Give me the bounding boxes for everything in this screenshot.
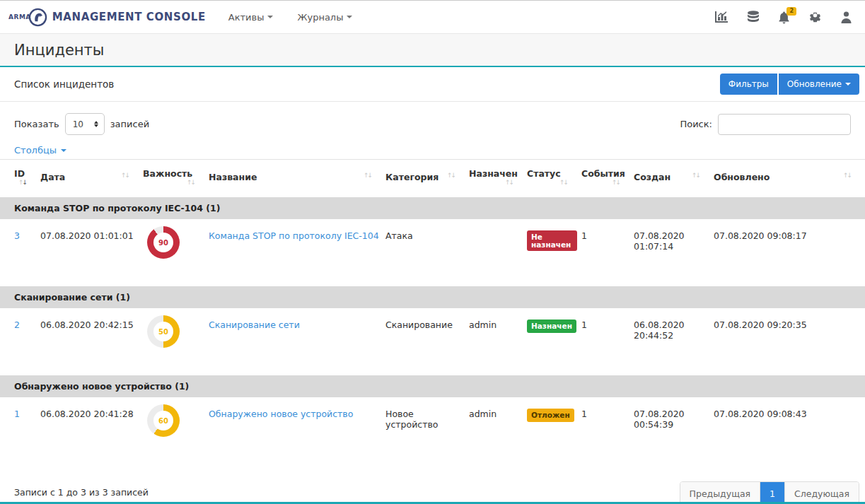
- incident-events: 1: [581, 397, 634, 463]
- group-header-row: Команда STOP по протоколу IEC-104 (1): [0, 196, 865, 219]
- analytics-icon[interactable]: [714, 11, 728, 23]
- incident-date: 06.08.2020 20:41:28: [40, 397, 143, 463]
- header-created[interactable]: Создан↑↓: [634, 160, 714, 197]
- incident-created: 06.08.2020 20:44:52: [634, 308, 714, 374]
- incident-date: 07.08.2020 01:01:01: [40, 219, 143, 285]
- arma-logo-prefix: ARMA: [8, 13, 31, 20]
- chevron-down-icon: [61, 149, 66, 152]
- incident-name-link[interactable]: Сканирование сети: [209, 320, 300, 330]
- incident-assignee: admin: [469, 397, 527, 463]
- header-importance[interactable]: Важность↑↓: [143, 160, 209, 197]
- header-date[interactable]: Дата↑↓: [40, 160, 143, 197]
- refresh-button-label: Обновление: [787, 79, 842, 89]
- columns-button-label: Столбцы: [14, 145, 57, 156]
- arma-logo[interactable]: ARMA MANAGEMENT CONSOLE: [8, 8, 206, 27]
- card-header-buttons: Фильтры Обновление: [720, 74, 859, 95]
- importance-donut: 60: [147, 404, 180, 437]
- sort-icon[interactable]: ↑↓: [121, 172, 129, 179]
- page-title-bar: Инциденты: [0, 34, 865, 67]
- sort-icon[interactable]: ↑↓: [447, 172, 455, 179]
- incident-id-link[interactable]: 1: [14, 409, 20, 419]
- sort-icon[interactable]: ↑↓: [559, 179, 567, 186]
- page-title: Инциденты: [14, 42, 104, 59]
- columns-dropdown-button[interactable]: Столбцы: [14, 145, 66, 156]
- sort-icon[interactable]: ↑↓: [505, 179, 513, 186]
- user-profile-icon[interactable]: [840, 11, 852, 24]
- importance-donut: 90: [147, 226, 180, 259]
- filters-button[interactable]: Фильтры: [720, 74, 777, 95]
- header-updated[interactable]: Обновлено↑↓: [714, 160, 865, 197]
- header-category[interactable]: Категория↑↓: [385, 160, 469, 197]
- incident-updated: 07.08.2020 09:08:43: [714, 397, 865, 463]
- sort-icon[interactable]: ↑↓: [18, 179, 26, 186]
- chevron-down-icon: [845, 83, 851, 86]
- incident-created: 07.08.2020 01:07:14: [634, 219, 714, 285]
- incident-category: Сканирование: [385, 308, 469, 374]
- header-name[interactable]: Название↑↓: [209, 160, 385, 197]
- menu-assets-label: Активы: [228, 12, 265, 23]
- table-header-row: ID↑↓ Дата↑↓ Важность↑↓ Название↑↓ Катего…: [0, 160, 865, 197]
- group-title: Сканирование сети (1): [14, 292, 130, 303]
- show-label: Показать: [14, 119, 59, 129]
- menu-assets[interactable]: Активы: [228, 12, 274, 23]
- pagination-page-1-button[interactable]: 1: [760, 482, 784, 504]
- status-badge: Назначен: [527, 320, 576, 333]
- top-navbar: ARMA MANAGEMENT CONSOLE Активы Журналы: [0, 1, 865, 34]
- incident-updated: 07.08.2020 09:20:35: [714, 308, 865, 374]
- page-size-value: 10: [73, 119, 83, 129]
- page-size-control: Показать 10 записей: [14, 113, 149, 135]
- group-header-row: Сканирование сети (1): [0, 285, 865, 308]
- incident-row[interactable]: 3 07.08.2020 01:01:01 90 Команда STOP по…: [0, 219, 865, 285]
- incident-created: 07.08.2020 00:54:39: [634, 397, 714, 463]
- search-control: Поиск:: [680, 114, 851, 135]
- search-label: Поиск:: [680, 119, 712, 129]
- incident-events: 1: [581, 219, 634, 285]
- header-id[interactable]: ID↑↓: [0, 160, 40, 197]
- chevron-down-icon: [347, 16, 352, 18]
- incident-date: 06.08.2020 20:42:15: [40, 308, 143, 374]
- page-size-select[interactable]: 10: [65, 113, 105, 135]
- header-status[interactable]: Статус↑↓: [527, 160, 581, 197]
- incident-assignee: [469, 219, 527, 285]
- incident-id-link[interactable]: 2: [14, 320, 20, 330]
- sort-icon[interactable]: ↑↓: [692, 172, 699, 179]
- refresh-dropdown-button[interactable]: Обновление: [779, 74, 859, 95]
- records-label: записей: [110, 119, 149, 129]
- notification-badge: 2: [786, 7, 796, 16]
- notifications-bell-icon[interactable]: 2: [778, 11, 790, 24]
- menu-logs[interactable]: Журналы: [297, 12, 352, 23]
- incidents-table: ID↑↓ Дата↑↓ Важность↑↓ Название↑↓ Катего…: [0, 159, 865, 463]
- pagination-previous-button[interactable]: Предыдущая: [680, 482, 760, 504]
- logo-title: MANAGEMENT CONSOLE: [52, 11, 206, 23]
- management-console-page: ARMA MANAGEMENT CONSOLE Активы Журналы: [0, 0, 865, 504]
- sort-icon[interactable]: ↑↓: [187, 179, 195, 186]
- incident-id-link[interactable]: 3: [14, 230, 20, 241]
- importance-donut: 50: [147, 315, 180, 348]
- database-icon[interactable]: [747, 11, 760, 24]
- main-menu: Активы Журналы: [228, 12, 353, 23]
- arma-helmet-icon: [28, 8, 47, 27]
- incidents-card-header: Список инцидентов Фильтры Обновление: [0, 67, 865, 102]
- header-events[interactable]: События↑↓: [581, 160, 634, 197]
- pagination-next-button[interactable]: Следующая: [784, 482, 859, 504]
- incident-row[interactable]: 1 06.08.2020 20:41:28 60 Обнаружено ново…: [0, 397, 865, 463]
- incident-category: Атака: [385, 219, 469, 285]
- sort-icon[interactable]: ↑↓: [843, 172, 851, 179]
- importance-value: 60: [158, 417, 168, 425]
- sort-icon[interactable]: ↑↓: [364, 172, 371, 179]
- incident-name-link[interactable]: Обнаружено новое устройство: [209, 409, 353, 419]
- card-title: Список инцидентов: [14, 78, 114, 90]
- menu-logs-label: Журналы: [297, 12, 343, 23]
- group-header-row: Обнаружено новое устройство (1): [0, 374, 865, 397]
- incident-events: 1: [581, 308, 634, 374]
- sort-icon[interactable]: ↑↓: [612, 179, 620, 186]
- incident-name-link[interactable]: Команда STOP по протоколу IEC-104: [209, 230, 379, 241]
- group-title: Команда STOP по протоколу IEC-104 (1): [14, 203, 220, 213]
- header-assignee[interactable]: Назначен↑↓: [469, 160, 527, 197]
- search-input[interactable]: [718, 114, 851, 135]
- incident-updated: 07.08.2020 09:08:17: [714, 219, 865, 285]
- chevron-down-icon: [267, 16, 273, 18]
- group-title: Обнаружено новое устройство (1): [14, 381, 189, 392]
- settings-gear-icon[interactable]: [808, 11, 822, 24]
- incident-row[interactable]: 2 06.08.2020 20:42:15 50 Сканирование се…: [0, 308, 865, 374]
